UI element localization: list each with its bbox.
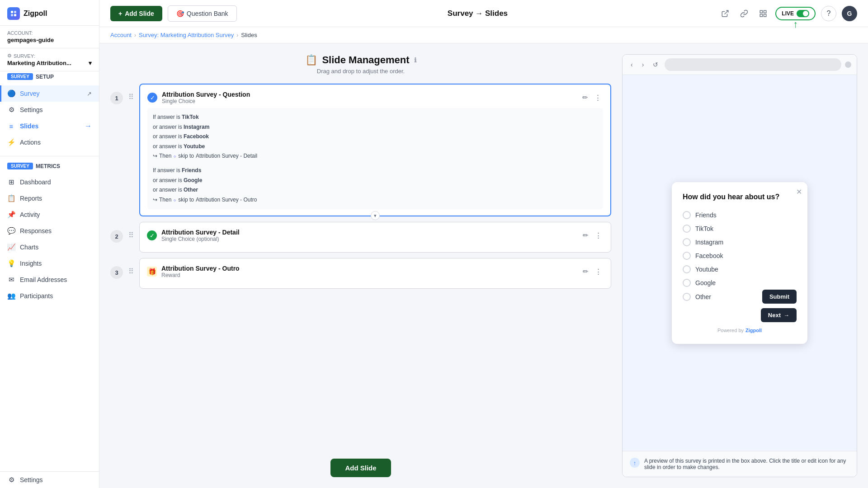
- slides-subtitle: Drag and drop to adjust the order.: [317, 68, 405, 75]
- refresh-button[interactable]: ↺: [650, 59, 661, 70]
- app-logo-icon: [7, 7, 20, 20]
- breadcrumb-survey[interactable]: Survey: Marketing Attribution Survey: [139, 32, 234, 38]
- slide-more-button-3[interactable]: ⋮: [593, 267, 604, 277]
- sidebar-item-label: Survey: [20, 90, 40, 97]
- slide-edit-button-1[interactable]: ✏: [580, 93, 590, 103]
- external-link-icon: ↗: [87, 90, 92, 97]
- sidebar-item-label: Email Addresses: [20, 276, 67, 283]
- slide-logic-1: If answer is TikTok or answer is Instagr…: [147, 108, 603, 209]
- radio-other[interactable]: [683, 293, 691, 301]
- metrics-badge: SURVEY METRICS: [0, 160, 99, 172]
- svg-rect-3: [14, 14, 16, 16]
- url-bar: [665, 58, 841, 71]
- svg-rect-1: [14, 11, 16, 13]
- radio-instagram[interactable]: [683, 238, 691, 246]
- powered-by: Powered by Zigpoll: [683, 328, 797, 333]
- metrics-nav: ⊞ Dashboard 📋 Reports 📌 Activity 💬 Respo…: [0, 172, 99, 306]
- breadcrumb-sep-1: ›: [134, 32, 136, 38]
- slide-title-2: Attribution Survey - Detail: [161, 229, 240, 236]
- badge-survey: SURVEY: [7, 73, 33, 80]
- survey-name[interactable]: Marketing Attribution... ▾: [7, 60, 92, 66]
- add-slide-main-button[interactable]: Add Slide: [330, 459, 391, 477]
- slide-number-3: 3: [110, 266, 123, 279]
- option-label-instagram: Instagram: [695, 239, 723, 246]
- survey-section[interactable]: ⚙ SURVEY: Marketing Attribution... ▾: [0, 48, 99, 71]
- widget-close-button[interactable]: ✕: [796, 188, 802, 196]
- expand-button-1[interactable]: ▾: [371, 211, 380, 220]
- sidebar-item-label: Reports: [20, 195, 42, 202]
- list-item: TikTok: [683, 222, 797, 235]
- slide-title-3: Attribution Survey - Outro: [161, 265, 240, 272]
- sidebar-logo: Zigpoll: [0, 0, 99, 26]
- survey-setup-badge: SURVEY SETUP: [0, 71, 99, 84]
- sidebar-item-participants[interactable]: 👥 Participants: [0, 288, 99, 304]
- list-item: Friends: [683, 208, 797, 222]
- sidebar-bottom: ⚙ Settings: [0, 471, 99, 488]
- table-row: 3 ⠿ 🎁 Attribution Survey - Outro Reward …: [110, 258, 611, 289]
- add-slide-button[interactable]: + Add Slide: [110, 6, 162, 21]
- back-button[interactable]: ‹: [628, 59, 636, 70]
- sidebar-item-insights[interactable]: 💡 Insights: [0, 255, 99, 272]
- slide-more-button-1[interactable]: ⋮: [593, 93, 603, 103]
- slide-actions-1: ✏ ⋮: [580, 93, 603, 103]
- next-arrow-icon: →: [783, 312, 789, 319]
- actions-icon: ⚡: [7, 138, 15, 146]
- plus-icon: +: [118, 10, 122, 17]
- sidebar-item-responses[interactable]: 💬 Responses: [0, 223, 99, 239]
- radio-facebook[interactable]: [683, 252, 691, 260]
- slide-edit-button-3[interactable]: ✏: [581, 267, 590, 277]
- breadcrumb-account[interactable]: Account: [110, 32, 132, 38]
- slide-type-3: Reward: [161, 272, 240, 278]
- sidebar-item-survey[interactable]: 🔵 Survey ↗: [0, 85, 99, 102]
- help-button[interactable]: ?: [821, 6, 836, 21]
- external-link-button[interactable]: [718, 7, 732, 20]
- drag-handle-1[interactable]: ⠿: [128, 93, 134, 101]
- bank-icon: 🎯: [176, 10, 184, 17]
- submit-button[interactable]: Submit: [762, 290, 797, 304]
- drag-handle-3[interactable]: ⠿: [128, 267, 134, 276]
- sidebar-item-dashboard[interactable]: ⊞ Dashboard: [0, 174, 99, 190]
- account-name[interactable]: gempages-guide: [7, 37, 92, 43]
- logic-then-1a: ↪ Then ⬦ skip to Attribution Survey - De…: [153, 151, 598, 161]
- sidebar-item-settings[interactable]: ⚙ Settings: [0, 102, 99, 118]
- sidebar-item-label: Slides: [20, 122, 38, 130]
- sidebar-item-slides[interactable]: ≡ Slides →: [0, 118, 99, 134]
- app-name: Zigpoll: [24, 9, 47, 18]
- drag-handle-2[interactable]: ⠿: [128, 231, 134, 239]
- survey-icon: 🔵: [7, 89, 15, 98]
- radio-friends[interactable]: [683, 211, 691, 219]
- slide-edit-button-2[interactable]: ✏: [581, 230, 590, 240]
- svg-rect-8: [764, 14, 766, 16]
- list-item: Youtube: [683, 263, 797, 276]
- option-label-facebook: Facebook: [695, 252, 723, 259]
- sidebar-item-reports[interactable]: 📋 Reports: [0, 190, 99, 206]
- radio-google[interactable]: [683, 279, 691, 287]
- preview-panel: ‹ › ↺ ✕ How did you hear about us? Frien…: [622, 54, 857, 477]
- avatar[interactable]: G: [842, 6, 857, 21]
- list-item: Facebook: [683, 249, 797, 263]
- sidebar-item-email-addresses[interactable]: ✉ Email Addresses: [0, 272, 99, 288]
- info-icon[interactable]: ℹ: [414, 56, 416, 64]
- sidebar-item-actions[interactable]: ⚡ Actions: [0, 134, 99, 150]
- option-label-google: Google: [695, 279, 716, 286]
- slide-actions-3: ✏ ⋮: [581, 267, 604, 277]
- grid-button[interactable]: [756, 7, 770, 20]
- widget-question: How did you hear about us?: [683, 193, 797, 201]
- slide-check-1: ✓: [147, 93, 157, 103]
- question-bank-button[interactable]: 🎯 Question Bank: [168, 5, 237, 22]
- radio-tiktok[interactable]: [683, 225, 691, 233]
- sidebar-item-charts[interactable]: 📈 Charts: [0, 239, 99, 255]
- forward-button[interactable]: ›: [639, 59, 647, 70]
- next-button[interactable]: Next →: [761, 308, 797, 322]
- badge-metrics-survey: SURVEY: [7, 163, 33, 169]
- radio-youtube[interactable]: [683, 265, 691, 273]
- slide-more-button-2[interactable]: ⋮: [593, 230, 604, 240]
- note-text: A preview of this survey is printed in t…: [644, 458, 849, 470]
- sidebar-item-activity[interactable]: 📌 Activity: [0, 206, 99, 223]
- sidebar-item-label: Actions: [20, 139, 41, 146]
- sidebar-item-settings-bottom[interactable]: ⚙ Settings: [0, 472, 99, 488]
- sidebar-item-label: Insights: [20, 260, 42, 267]
- survey-widget: ✕ How did you hear about us? Friends Tik…: [672, 182, 807, 344]
- link-button[interactable]: [737, 7, 751, 20]
- slide-type-2: Single Choice (optional): [161, 236, 240, 242]
